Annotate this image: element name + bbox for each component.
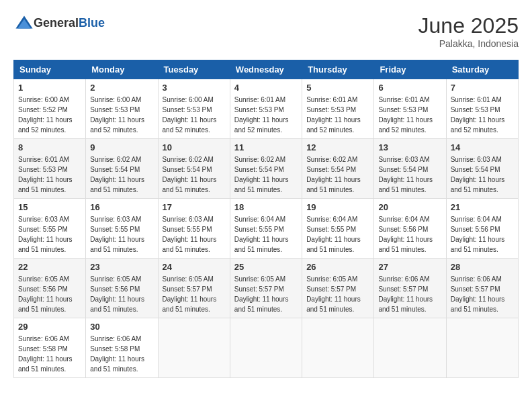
day-number: 15 <box>18 202 81 212</box>
day-info: Sunrise: 6:00 AM Sunset: 5:52 PM Dayligh… <box>18 95 81 135</box>
sunrise-text: Sunrise: 6:04 AM <box>451 216 502 223</box>
day-number: 17 <box>163 202 226 212</box>
day-info: Sunrise: 6:01 AM Sunset: 5:53 PM Dayligh… <box>378 95 441 135</box>
sunset-text: Sunset: 5:53 PM <box>18 166 68 173</box>
day-number: 20 <box>378 202 441 212</box>
day-number: 24 <box>163 262 226 272</box>
header-tuesday: Tuesday <box>158 60 230 79</box>
table-row: 19 Sunrise: 6:04 AM Sunset: 5:55 PM Dayl… <box>302 199 374 259</box>
day-number: 1 <box>18 83 81 93</box>
table-row: 15 Sunrise: 6:03 AM Sunset: 5:55 PM Dayl… <box>14 199 86 259</box>
header-saturday: Saturday <box>446 60 518 79</box>
table-row: 26 Sunrise: 6:05 AM Sunset: 5:57 PM Dayl… <box>302 259 374 318</box>
daylight-text: Daylight: 11 hours and 51 minutes. <box>306 176 361 193</box>
day-number: 29 <box>18 322 81 332</box>
sunset-text: Sunset: 5:54 PM <box>90 166 140 173</box>
day-info: Sunrise: 6:04 AM Sunset: 5:55 PM Dayligh… <box>234 214 298 255</box>
sunset-text: Sunset: 5:55 PM <box>234 226 284 233</box>
sunset-text: Sunset: 5:57 PM <box>378 285 428 293</box>
sunrise-text: Sunrise: 6:00 AM <box>18 96 69 103</box>
sunset-text: Sunset: 5:56 PM <box>378 226 428 233</box>
sunrise-text: Sunrise: 6:06 AM <box>451 275 502 283</box>
sunrise-text: Sunrise: 6:05 AM <box>90 275 141 283</box>
sunset-text: Sunset: 5:56 PM <box>18 285 68 293</box>
sunrise-text: Sunrise: 6:02 AM <box>90 156 141 163</box>
day-info: Sunrise: 6:06 AM Sunset: 5:57 PM Dayligh… <box>451 274 514 314</box>
calendar-week-4: 22 Sunrise: 6:05 AM Sunset: 5:56 PM Dayl… <box>14 259 519 318</box>
calendar-header-row: Sunday Monday Tuesday Wednesday Thursday… <box>14 60 519 79</box>
generalblue-logo-icon <box>15 13 34 32</box>
logo: GeneralBlue <box>13 13 105 32</box>
sunrise-text: Sunrise: 6:04 AM <box>378 216 429 223</box>
day-number: 9 <box>90 142 153 152</box>
sunset-text: Sunset: 5:57 PM <box>306 285 356 293</box>
sunrise-text: Sunrise: 6:03 AM <box>378 156 429 163</box>
header-friday: Friday <box>374 60 446 79</box>
daylight-text: Daylight: 11 hours and 52 minutes. <box>451 116 505 134</box>
day-info: Sunrise: 6:00 AM Sunset: 5:53 PM Dayligh… <box>90 95 153 135</box>
day-info: Sunrise: 6:03 AM Sunset: 5:55 PM Dayligh… <box>163 214 226 255</box>
sunrise-text: Sunrise: 6:03 AM <box>90 216 141 223</box>
day-number: 6 <box>378 83 441 93</box>
table-row <box>302 318 374 378</box>
sunset-text: Sunset: 5:54 PM <box>306 166 356 173</box>
day-number: 21 <box>451 202 514 212</box>
day-info: Sunrise: 6:02 AM Sunset: 5:54 PM Dayligh… <box>163 154 226 195</box>
sunrise-text: Sunrise: 6:02 AM <box>234 156 285 163</box>
daylight-text: Daylight: 11 hours and 51 minutes. <box>306 295 361 313</box>
table-row: 3 Sunrise: 6:00 AM Sunset: 5:53 PM Dayli… <box>158 79 230 139</box>
sunset-text: Sunset: 5:53 PM <box>163 106 212 113</box>
sunrise-text: Sunrise: 6:00 AM <box>163 96 214 103</box>
table-row: 2 Sunrise: 6:00 AM Sunset: 5:53 PM Dayli… <box>86 79 158 139</box>
day-info: Sunrise: 6:01 AM Sunset: 5:53 PM Dayligh… <box>451 95 514 135</box>
day-number: 28 <box>451 262 514 272</box>
sunset-text: Sunset: 5:53 PM <box>378 106 428 113</box>
table-row: 18 Sunrise: 6:04 AM Sunset: 5:55 PM Dayl… <box>230 199 302 259</box>
day-number: 19 <box>306 202 369 212</box>
table-row: 6 Sunrise: 6:01 AM Sunset: 5:53 PM Dayli… <box>374 79 446 139</box>
sunrise-text: Sunrise: 6:00 AM <box>90 96 141 103</box>
day-number: 3 <box>163 83 226 93</box>
table-row <box>374 318 446 378</box>
table-row <box>230 318 302 378</box>
day-number: 5 <box>306 83 369 93</box>
sunset-text: Sunset: 5:57 PM <box>163 285 212 293</box>
sunset-text: Sunset: 5:58 PM <box>18 345 68 353</box>
day-info: Sunrise: 6:01 AM Sunset: 5:53 PM Dayligh… <box>234 95 298 135</box>
logo-text: GeneralBlue <box>34 16 105 30</box>
table-row: 1 Sunrise: 6:00 AM Sunset: 5:52 PM Dayli… <box>14 79 86 139</box>
daylight-text: Daylight: 11 hours and 52 minutes. <box>234 116 289 134</box>
sunset-text: Sunset: 5:57 PM <box>234 285 284 293</box>
sunrise-text: Sunrise: 6:01 AM <box>451 96 502 103</box>
sunset-text: Sunset: 5:54 PM <box>163 166 212 173</box>
day-number: 25 <box>234 262 298 272</box>
daylight-text: Daylight: 11 hours and 52 minutes. <box>90 116 144 134</box>
table-row <box>446 318 518 378</box>
daylight-text: Daylight: 11 hours and 51 minutes. <box>451 176 505 193</box>
table-row: 14 Sunrise: 6:03 AM Sunset: 5:54 PM Dayl… <box>446 139 518 199</box>
calendar-table: Sunday Monday Tuesday Wednesday Thursday… <box>13 60 519 378</box>
sunset-text: Sunset: 5:53 PM <box>234 106 284 113</box>
day-info: Sunrise: 6:01 AM Sunset: 5:53 PM Dayligh… <box>18 154 81 195</box>
daylight-text: Daylight: 11 hours and 51 minutes. <box>306 236 361 253</box>
table-row: 12 Sunrise: 6:02 AM Sunset: 5:54 PM Dayl… <box>302 139 374 199</box>
day-info: Sunrise: 6:01 AM Sunset: 5:53 PM Dayligh… <box>306 95 369 135</box>
header-sunday: Sunday <box>14 60 86 79</box>
header-thursday: Thursday <box>302 60 374 79</box>
sunset-text: Sunset: 5:53 PM <box>90 106 140 113</box>
calendar-week-2: 8 Sunrise: 6:01 AM Sunset: 5:53 PM Dayli… <box>14 139 519 199</box>
daylight-text: Daylight: 11 hours and 51 minutes. <box>378 236 433 253</box>
table-row: 17 Sunrise: 6:03 AM Sunset: 5:55 PM Dayl… <box>158 199 230 259</box>
day-info: Sunrise: 6:02 AM Sunset: 5:54 PM Dayligh… <box>234 154 298 195</box>
calendar-week-3: 15 Sunrise: 6:03 AM Sunset: 5:55 PM Dayl… <box>14 199 519 259</box>
day-info: Sunrise: 6:04 AM Sunset: 5:56 PM Dayligh… <box>378 214 441 255</box>
sunrise-text: Sunrise: 6:06 AM <box>90 335 141 342</box>
day-number: 8 <box>18 142 81 152</box>
daylight-text: Daylight: 11 hours and 51 minutes. <box>90 176 144 193</box>
daylight-text: Daylight: 11 hours and 51 minutes. <box>163 295 217 313</box>
day-info: Sunrise: 6:05 AM Sunset: 5:57 PM Dayligh… <box>306 274 369 314</box>
day-number: 2 <box>90 83 153 93</box>
logo-blue: Blue <box>79 16 105 30</box>
day-number: 18 <box>234 202 298 212</box>
logo-general: General <box>34 16 79 30</box>
